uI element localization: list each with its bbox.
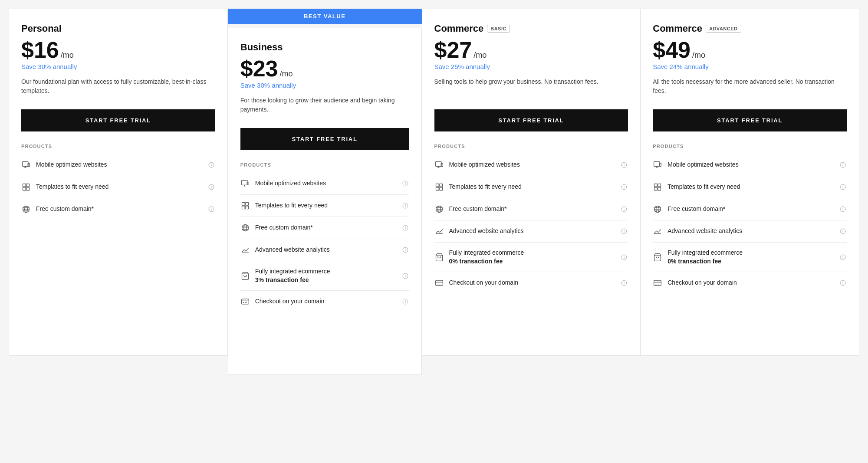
- mobile-website-icon: [653, 160, 662, 170]
- plan-header: Business $23 /mo Save 30% annually: [240, 42, 409, 89]
- info-icon[interactable]: [620, 253, 628, 261]
- cta-button[interactable]: START FREE TRIAL: [653, 109, 847, 131]
- ecommerce-icon: [653, 253, 662, 262]
- feature-text: Mobile optimized websites: [255, 179, 326, 188]
- feature-left: Mobile optimized websites: [434, 160, 617, 170]
- cta-button[interactable]: START FREE TRIAL: [434, 109, 628, 131]
- plan-price: $16 /mo: [21, 39, 215, 61]
- info-icon[interactable]: [620, 183, 628, 191]
- price-period: /mo: [692, 51, 705, 60]
- price-amount: $27: [434, 39, 472, 61]
- feature-left: Mobile optimized websites: [653, 160, 835, 170]
- svg-rect-118: [654, 280, 661, 286]
- feature-item: Fully integrated ecommerce0% transaction…: [653, 243, 847, 272]
- info-icon[interactable]: [620, 205, 628, 213]
- svg-rect-6: [26, 184, 30, 187]
- plan-name: Business: [240, 42, 409, 53]
- feature-text: Fully integrated ecommerce0% transaction…: [667, 249, 743, 266]
- cta-button[interactable]: START FREE TRIAL: [240, 128, 409, 150]
- feature-item: Free custom domain*: [434, 198, 628, 220]
- feature-item: Mobile optimized websites: [21, 154, 215, 176]
- info-icon[interactable]: [207, 183, 215, 191]
- svg-rect-60: [436, 184, 439, 187]
- svg-rect-63: [439, 187, 442, 190]
- feature-text: Free custom domain*: [449, 205, 507, 213]
- svg-rect-90: [654, 162, 660, 167]
- templates-icon: [434, 182, 444, 192]
- price-amount: $23: [240, 57, 278, 80]
- pricing-container: Personal $16 /mo Save 30% annually Our f…: [9, 9, 859, 375]
- info-icon[interactable]: [401, 224, 409, 232]
- svg-rect-5: [23, 184, 26, 187]
- feature-item: Advanced website analytics: [240, 239, 409, 261]
- price-savings: Save 30% annually: [21, 63, 215, 70]
- templates-icon: [240, 201, 250, 210]
- plan-name: Commerce ADVANCED: [653, 23, 847, 34]
- info-icon[interactable]: [620, 227, 628, 235]
- svg-rect-95: [654, 184, 658, 187]
- feature-left: Mobile optimized websites: [21, 160, 204, 170]
- info-icon[interactable]: [839, 227, 847, 235]
- templates-icon: [21, 182, 31, 192]
- svg-rect-61: [439, 184, 442, 187]
- feature-text: Templates to fit every need: [667, 183, 740, 191]
- best-value-banner: BEST VALUE: [228, 9, 422, 24]
- mobile-website-icon: [21, 160, 31, 170]
- svg-rect-27: [242, 206, 245, 209]
- svg-rect-26: [246, 203, 249, 206]
- plan-price: $49 /mo: [653, 39, 847, 61]
- feature-left: Templates to fit every need: [434, 182, 617, 192]
- info-icon[interactable]: [839, 161, 847, 169]
- svg-rect-8: [26, 187, 30, 190]
- feature-item: Free custom domain*: [653, 198, 847, 220]
- feature-item: Checkout on your domain: [240, 291, 409, 312]
- domain-icon: [21, 204, 31, 214]
- feature-text: Fully integrated ecommerce0% transaction…: [449, 249, 524, 266]
- info-icon[interactable]: [620, 161, 628, 169]
- feature-item: Fully integrated ecommerce0% transaction…: [434, 243, 628, 272]
- info-icon[interactable]: [839, 205, 847, 213]
- info-icon[interactable]: [207, 161, 215, 169]
- info-icon[interactable]: [839, 183, 847, 191]
- plan-header: Personal $16 /mo Save 30% annually: [21, 23, 215, 70]
- features-section-label: PRODUCTS: [653, 144, 847, 149]
- feature-item: Checkout on your domain: [653, 272, 847, 294]
- info-icon[interactable]: [839, 253, 847, 261]
- svg-rect-1: [28, 164, 30, 167]
- info-icon[interactable]: [401, 246, 409, 254]
- feature-left: Fully integrated ecommerce0% transaction…: [653, 249, 835, 266]
- price-amount: $16: [21, 39, 59, 61]
- ecommerce-icon: [434, 253, 444, 262]
- feature-left: Free custom domain*: [653, 204, 835, 214]
- info-icon[interactable]: [620, 279, 628, 287]
- info-icon[interactable]: [839, 279, 847, 287]
- plan-description: For those looking to grow their audience…: [240, 96, 409, 118]
- feature-text: Mobile optimized websites: [36, 161, 107, 169]
- svg-rect-96: [658, 184, 661, 187]
- feature-text: Free custom domain*: [667, 205, 725, 213]
- feature-text: Fully integrated ecommerce3% transaction…: [255, 267, 330, 284]
- mobile-website-icon: [434, 160, 444, 170]
- info-icon[interactable]: [401, 202, 409, 210]
- svg-rect-25: [242, 203, 245, 206]
- plan-name: Personal: [21, 23, 215, 34]
- info-icon[interactable]: [401, 180, 409, 187]
- cta-button[interactable]: START FREE TRIAL: [21, 109, 215, 131]
- feature-left: Checkout on your domain: [653, 278, 835, 288]
- info-icon[interactable]: [207, 205, 215, 213]
- svg-rect-91: [659, 164, 661, 167]
- plan-badge: BASIC: [487, 25, 510, 33]
- feature-text: Mobile optimized websites: [667, 161, 738, 169]
- feature-text: Templates to fit every need: [255, 201, 328, 210]
- price-savings: Save 30% annually: [240, 82, 409, 89]
- analytics-icon: [240, 245, 250, 255]
- feature-item: Templates to fit every need: [653, 176, 847, 198]
- templates-icon: [653, 182, 662, 192]
- plan-name: Commerce BASIC: [434, 23, 628, 34]
- feature-left: Templates to fit every need: [21, 182, 204, 192]
- info-icon[interactable]: [401, 272, 409, 280]
- svg-rect-98: [658, 187, 661, 190]
- info-icon[interactable]: [401, 298, 409, 305]
- feature-item: Templates to fit every need: [434, 176, 628, 198]
- price-period: /mo: [473, 51, 487, 60]
